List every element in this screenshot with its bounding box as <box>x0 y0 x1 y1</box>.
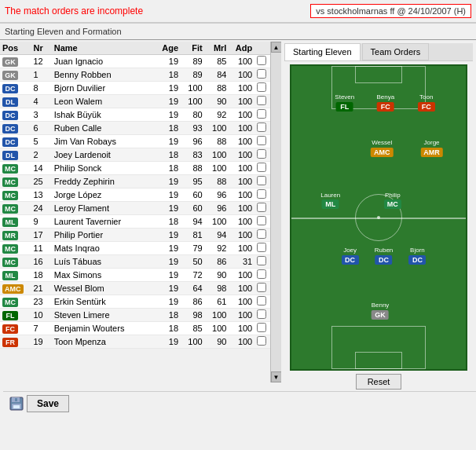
player-checkbox[interactable] <box>257 243 266 252</box>
pitch-player-token[interactable]: Lauren ML <box>320 192 340 210</box>
pitch-player-token[interactable]: Benny GK <box>372 302 390 320</box>
player-mrl: 98 <box>205 282 229 295</box>
player-checkbox[interactable] <box>257 309 266 319</box>
player-mrl: 100 <box>205 215 229 229</box>
player-checkbox-cell[interactable] <box>254 335 270 349</box>
player-name: Philip Sonck <box>52 162 155 175</box>
pitch-player-token[interactable]: Benya FC <box>376 94 394 112</box>
player-pos: MC <box>0 162 31 175</box>
player-checkbox[interactable] <box>257 96 266 105</box>
player-checkbox-cell[interactable] <box>254 95 270 108</box>
col-pos: Pos <box>0 42 31 55</box>
pitch-top-small-box <box>355 66 402 83</box>
right-panel: Starting Eleven Team Orders Steven FL Be… <box>281 42 476 391</box>
player-age: 19 <box>155 202 181 215</box>
player-fit: 83 <box>181 148 205 162</box>
player-checkbox[interactable] <box>257 323 266 332</box>
player-pos: DC <box>0 108 31 122</box>
player-checkbox[interactable] <box>257 203 266 212</box>
scroll-up-btn[interactable]: ▲ <box>271 42 282 53</box>
pitch-player-token[interactable]: Philip MC <box>384 192 401 210</box>
player-age: 18 <box>155 122 181 135</box>
player-checkbox[interactable] <box>257 109 266 119</box>
player-checkbox[interactable] <box>257 56 266 65</box>
player-checkbox-cell[interactable] <box>254 68 270 82</box>
table-row: AMC 21 Wessel Blom 19 64 98 100 <box>0 282 270 295</box>
table-row: MC 11 Mats Inqrao 19 79 92 100 <box>0 242 270 255</box>
player-nr: 11 <box>31 242 51 255</box>
player-checkbox-cell[interactable] <box>254 255 270 269</box>
player-checkbox-cell[interactable] <box>254 269 270 282</box>
pitch-player-token[interactable]: Wessel AMC <box>371 140 394 157</box>
save-button[interactable]: Save <box>27 395 69 412</box>
pitch-player-token[interactable]: Bjorn DC <box>408 247 426 265</box>
player-adp: 100 <box>229 269 254 282</box>
scrollbar[interactable]: ▲ ▼ <box>270 42 281 382</box>
player-checkbox-cell[interactable] <box>254 135 270 148</box>
pitch-player-token[interactable]: Joey DC <box>342 247 359 265</box>
player-checkbox[interactable] <box>257 216 266 225</box>
player-age: 19 <box>155 135 181 148</box>
pitch-player-token[interactable]: Jorge AMR <box>420 140 443 157</box>
section-title: Starting Eleven and Formation <box>0 23 476 40</box>
player-checkbox[interactable] <box>257 149 266 159</box>
player-fit: 60 <box>181 188 205 202</box>
scroll-down-btn[interactable]: ▼ <box>271 371 282 382</box>
player-checkbox[interactable] <box>257 256 266 265</box>
player-checkbox-cell[interactable] <box>254 229 270 242</box>
player-nr: 3 <box>31 108 51 122</box>
player-adp: 100 <box>229 295 254 309</box>
player-mrl: 100 <box>205 309 229 322</box>
player-checkbox-cell[interactable] <box>254 148 270 162</box>
player-checkbox-cell[interactable] <box>254 82 270 95</box>
table-row: FL 10 Steven Limere 18 98 100 100 <box>0 309 270 322</box>
player-name: Laurent Tavernier <box>52 215 155 229</box>
player-checkbox[interactable] <box>257 336 266 346</box>
player-checkbox-cell[interactable] <box>254 242 270 255</box>
player-age: 19 <box>155 229 181 242</box>
player-fit: 72 <box>181 269 205 282</box>
player-checkbox-cell[interactable] <box>254 162 270 175</box>
player-mrl: 100 <box>205 162 229 175</box>
player-checkbox-cell[interactable] <box>254 55 270 68</box>
player-checkbox[interactable] <box>257 69 266 79</box>
player-checkbox-cell[interactable] <box>254 295 270 309</box>
player-nr: 24 <box>31 202 51 215</box>
player-nr: 1 <box>31 68 51 82</box>
player-checkbox[interactable] <box>257 283 266 292</box>
player-checkbox[interactable] <box>257 176 266 185</box>
player-pos: GK <box>0 68 31 82</box>
player-pos: MC <box>0 255 31 269</box>
player-checkbox-cell[interactable] <box>254 202 270 215</box>
player-checkbox[interactable] <box>257 82 266 92</box>
player-checkbox[interactable] <box>257 123 266 132</box>
token-pos-badge: FC <box>418 102 435 112</box>
tab-starting-eleven[interactable]: Starting Eleven <box>284 43 361 60</box>
table-row: MC 14 Philip Sonck 18 88 100 100 <box>0 162 270 175</box>
player-nr: 17 <box>31 229 51 242</box>
tabs-bar: Starting Eleven Team Orders <box>284 43 473 61</box>
player-name: Toon Mpenza <box>52 335 155 349</box>
player-checkbox-cell[interactable] <box>254 175 270 188</box>
player-checkbox[interactable] <box>257 296 266 305</box>
player-checkbox-cell[interactable] <box>254 282 270 295</box>
player-checkbox-cell[interactable] <box>254 215 270 229</box>
player-checkbox-cell[interactable] <box>254 122 270 135</box>
player-checkbox[interactable] <box>257 189 266 199</box>
tab-team-orders[interactable]: Team Orders <box>362 43 430 60</box>
table-row: MC 13 Jorge López 19 60 96 100 <box>0 188 270 202</box>
player-checkbox[interactable] <box>257 163 266 172</box>
pitch-player-token[interactable]: Steven FL <box>335 94 354 112</box>
player-checkbox[interactable] <box>257 229 266 239</box>
player-checkbox[interactable] <box>257 269 266 279</box>
pitch-player-token[interactable]: Toon FC <box>418 94 435 112</box>
player-fit: 98 <box>181 309 205 322</box>
player-checkbox-cell[interactable] <box>254 108 270 122</box>
reset-button[interactable]: Reset <box>356 374 402 390</box>
player-checkbox-cell[interactable] <box>254 322 270 335</box>
player-checkbox-cell[interactable] <box>254 309 270 322</box>
player-checkbox-cell[interactable] <box>254 188 270 202</box>
player-checkbox[interactable] <box>257 136 266 145</box>
player-adp: 100 <box>229 82 254 95</box>
pitch-player-token[interactable]: Ruben DC <box>375 247 394 265</box>
